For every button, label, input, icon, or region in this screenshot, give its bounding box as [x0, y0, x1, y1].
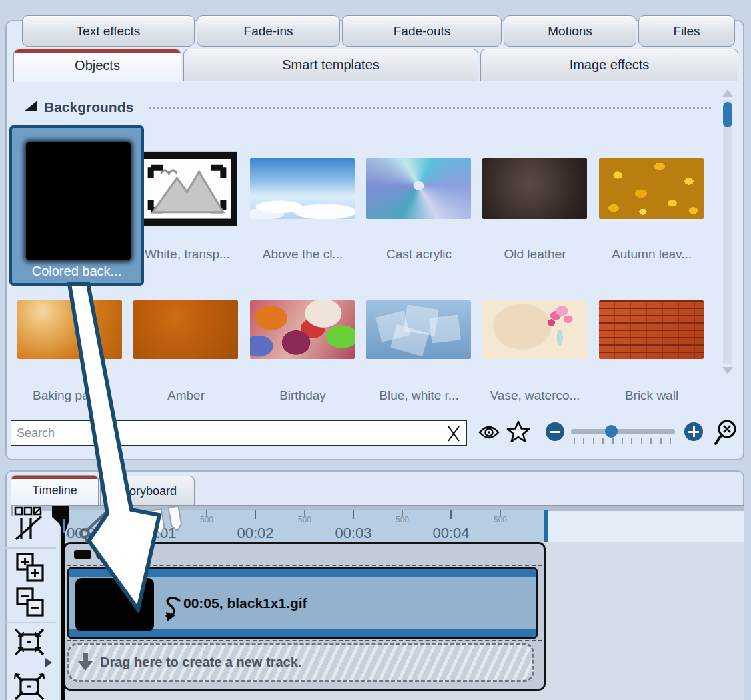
- zoom-out-button[interactable]: [546, 422, 564, 441]
- baking-paper-thumbnail: [17, 300, 122, 359]
- trim-flags-icon[interactable]: [148, 505, 192, 537]
- flyout-arrow-icon[interactable]: [45, 658, 52, 667]
- birthday-gifts-thumbnail: [250, 300, 355, 359]
- brick-wall-thumbnail: [599, 300, 704, 359]
- toolbar-divider: [4, 547, 56, 549]
- acrylic-swirl-thumbnail: [366, 158, 471, 219]
- tab-timeline[interactable]: Timeline: [11, 475, 99, 506]
- reset-zoom-icon[interactable]: [712, 418, 740, 448]
- track-title-partial: C: [95, 545, 107, 563]
- scroll-up-icon[interactable]: [722, 89, 733, 97]
- tab-label: Objects: [75, 58, 120, 73]
- ruler-minor-label: 500: [193, 515, 220, 524]
- vase-watercolor-thumbnail: [482, 300, 587, 359]
- dragged-item-colored-backgrounds[interactable]: Colored back...: [9, 125, 144, 286]
- ruler-overflow-area: [548, 510, 744, 542]
- library-item-label: Above the cl...: [246, 247, 359, 262]
- clear-search-icon[interactable]: [446, 425, 462, 442]
- timeline-end-marker: [544, 510, 548, 542]
- zoom-in-button[interactable]: [684, 422, 703, 441]
- library-item-label: Old leather: [478, 247, 592, 262]
- ruler-time-label: 00:03: [323, 524, 384, 542]
- library-item-label: Vase, waterco...: [478, 388, 592, 403]
- tab-label: Motions: [548, 24, 592, 39]
- playhead-line[interactable]: [61, 519, 65, 700]
- playhead-marker[interactable]: [51, 504, 72, 537]
- track-group[interactable]: C 00:05, black1x1.gif Drag here to creat…: [63, 542, 546, 691]
- library-item-label: Autumn leav...: [595, 247, 708, 262]
- collapse-all-tracks-icon[interactable]: [16, 587, 45, 618]
- ruler-minor-label: 500: [487, 515, 514, 524]
- thumbnail-size-slider-thumb[interactable]: [605, 425, 618, 438]
- tab-label: Text effects: [77, 24, 141, 39]
- scroll-down-icon[interactable]: [722, 367, 733, 374]
- drop-zone-label: Drag here to create a new track.: [100, 645, 301, 680]
- library-scrollbar[interactable]: [723, 100, 732, 364]
- application-window: Text effects Fade-ins Fade-outs Motions …: [0, 0, 751, 700]
- scissors-icon[interactable]: [77, 509, 112, 543]
- ruler-major-tick: [255, 510, 256, 519]
- tab-fade-outs[interactable]: Fade-outs: [342, 15, 502, 47]
- ruler-minor-label: 500: [389, 515, 416, 524]
- expand-view-icon[interactable]: [13, 671, 45, 700]
- library-scrollbar-thumb[interactable]: [723, 102, 732, 127]
- slider-tick-marks: [574, 438, 671, 444]
- tab-label: Image effects: [570, 57, 650, 73]
- tab-files[interactable]: Files: [638, 15, 735, 47]
- tab-text-effects[interactable]: Text effects: [22, 15, 195, 47]
- tab-motions[interactable]: Motions: [504, 15, 636, 47]
- library-item-label: Cast acrylic: [362, 247, 476, 262]
- eye-icon[interactable]: [478, 423, 500, 442]
- dragged-item-label: Colored back...: [12, 264, 141, 279]
- tab-fade-ins[interactable]: Fade-ins: [197, 15, 340, 47]
- ruler-time-label: 00:04: [420, 524, 482, 542]
- tab-label: Storyboard: [118, 484, 177, 498]
- library-item-label: Brick wall: [595, 388, 708, 403]
- section-title: Backgrounds: [44, 99, 133, 115]
- blue-white-rects-thumbnail: [366, 300, 471, 359]
- favorites-star-icon[interactable]: [506, 420, 530, 444]
- section-collapse-icon[interactable]: [24, 101, 37, 111]
- new-track-drop-zone[interactable]: Drag here to create a new track.: [67, 643, 534, 682]
- library-item-label: White, transp...: [131, 247, 244, 262]
- tab-label: Files: [673, 24, 700, 39]
- shrink-view-icon[interactable]: [13, 626, 45, 658]
- tab-storyboard[interactable]: Storyboard: [100, 476, 195, 506]
- track-display-mode-icon[interactable]: [13, 506, 45, 541]
- framed-picture-thumbnail: [137, 151, 237, 226]
- timeline-clip-black1x1[interactable]: 00:05, black1x1.gif: [67, 567, 538, 639]
- clip-thumbnail: [75, 578, 154, 631]
- track-divider: [67, 640, 542, 641]
- tab-frame-line: [11, 505, 42, 506]
- tab-label: Fade-ins: [244, 24, 293, 39]
- tab-smart-templates[interactable]: Smart templates: [183, 49, 478, 81]
- tab-image-effects[interactable]: Image effects: [480, 49, 738, 81]
- track-collapse-button[interactable]: [74, 550, 91, 559]
- autumn-leaves-thumbnail: [599, 158, 704, 219]
- ruler-major-tick: [450, 510, 452, 519]
- expand-all-tracks-icon[interactable]: [16, 553, 45, 583]
- track-header-divider: [67, 565, 542, 566]
- library-item-label: Birthday: [246, 388, 359, 403]
- animation-curve-icon: [159, 595, 183, 622]
- library-item-label: Blue, white r...: [362, 388, 476, 403]
- search-input[interactable]: [11, 420, 467, 446]
- old-leather-thumbnail: [482, 158, 587, 219]
- tab-objects[interactable]: Objects: [13, 49, 181, 82]
- tab-label: Timeline: [32, 484, 77, 498]
- black-color-thumbnail: [26, 142, 131, 260]
- tab-frame-line: [11, 505, 13, 516]
- library-item-label: Amber: [129, 388, 243, 403]
- down-arrow-icon: [76, 652, 95, 672]
- sky-clouds-thumbnail: [250, 158, 355, 219]
- library-item-label: Baking paper: [13, 388, 127, 403]
- toolbar-divider: [4, 622, 56, 623]
- section-divider: [149, 107, 711, 109]
- ruler-minor-label: 500: [291, 515, 318, 524]
- amber-thumbnail: [133, 300, 238, 359]
- ruler-time-label: 00:02: [225, 524, 286, 542]
- clip-label: 00:05, black1x1.gif: [183, 569, 307, 637]
- ruler-major-tick: [353, 510, 354, 519]
- thumbnail-size-slider[interactable]: [571, 429, 675, 434]
- tab-label: Smart templates: [282, 57, 380, 73]
